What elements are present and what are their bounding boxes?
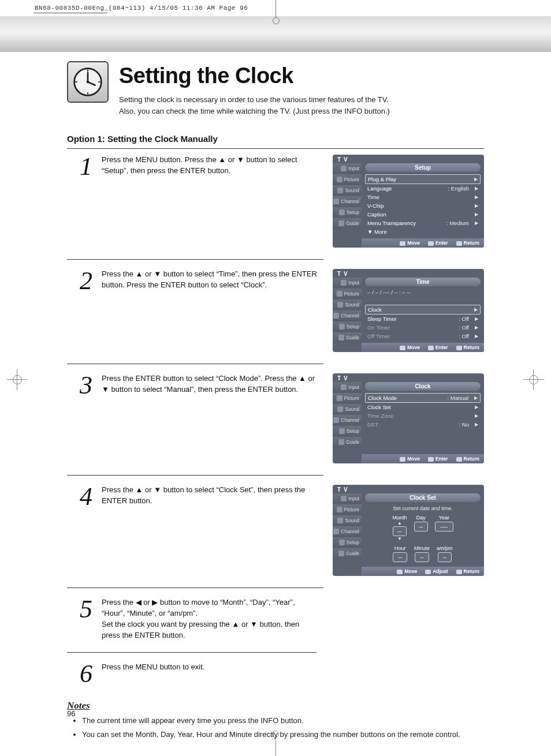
osd-tab-label: Input [348, 166, 359, 171]
osd-tab-label: Picture [344, 395, 359, 401]
osd-menu-item: Clock Mode: Manual▶ [365, 393, 481, 403]
guide-icon [338, 335, 344, 340]
caret-down-icon: ▼ [397, 537, 402, 541]
step-1: 1Press the MENU button. Press the ▲ or ▼… [67, 155, 484, 248]
clock-set-field-value: ---- [435, 522, 453, 532]
osd-tv-label: T V [333, 373, 484, 382]
notes-list: The current time will appear every time … [67, 715, 484, 740]
osd-tab-label: Guide [346, 335, 359, 340]
osd-tab-channel: Channel [333, 310, 362, 321]
osd-item-value: : English [448, 185, 469, 192]
caret-up-icon: ▲ [397, 522, 402, 525]
clock-set-field-label: Year [439, 515, 449, 521]
guide-icon [338, 551, 344, 556]
osd-item-label: Off Timer [367, 333, 456, 339]
clock-set-field-value: -- [415, 552, 429, 562]
osd-tv-label: T V [333, 155, 484, 163]
osd-tab-channel: Channel [333, 415, 362, 426]
osd-tab-picture: Picture [333, 174, 362, 185]
clock-set-field: Year---- [435, 515, 453, 541]
osd-item-label: Sleep Timer [367, 316, 456, 322]
osd-menu-item: Time Zone▶ [365, 411, 481, 420]
osd-item-label: Menu Transparency [367, 220, 444, 226]
osd-pane-title: Setup [365, 163, 481, 172]
clock-icon [67, 61, 109, 103]
osd-sidebar: InputPictureSoundChannelSetupGuide [333, 163, 362, 248]
osd-tab-setup: Setup [333, 537, 362, 548]
chevron-right-icon: ▶ [475, 413, 478, 418]
input-icon [341, 496, 347, 501]
osd-tab-label: Channel [341, 199, 359, 204]
registration-mark-right [523, 369, 544, 390]
clock-set-field: Month▲--▼ [392, 515, 407, 541]
osd-item-label: Plug & Play [368, 176, 472, 182]
osd-screenshot: T VInputPictureSoundChannelSetupGuideClo… [333, 373, 484, 463]
osd-sidebar: InputPictureSoundChannelSetupGuide [333, 278, 362, 352]
osd-menu-item: Sleep Timer: Off▶ [365, 315, 481, 323]
osd-tab-picture: Picture [333, 289, 362, 300]
osd-item-value: : Off [459, 316, 469, 322]
osd-hints: MoveAdjustReturn [362, 567, 484, 576]
osd-menu-item: Off Timer: Off▶ [365, 332, 481, 340]
registration-mark-left [7, 369, 28, 390]
osd-sidebar: InputPictureSoundChannelSetupGuide [333, 493, 362, 576]
osd-screenshot: T VInputPictureSoundChannelSetupGuideSet… [333, 155, 484, 248]
separator [67, 652, 317, 653]
step-text: Press the ENTER button to select “Clock … [102, 373, 323, 395]
osd-menu-item: Language: English▶ [365, 184, 481, 193]
osd-menu-list: Plug & Play▶Language: English▶Time▶V-Chi… [362, 174, 484, 236]
sound-icon [337, 302, 343, 308]
osd-tab-label: Picture [344, 507, 359, 512]
chevron-right-icon: ▶ [474, 177, 478, 182]
chevron-right-icon: ▶ [475, 220, 478, 226]
step-number: 2 [67, 269, 92, 293]
step-text: Press the ▲ or ▼ button to select “Time”… [102, 269, 323, 291]
chevron-right-icon: ▶ [475, 325, 478, 330]
osd-hint: Adjust [425, 568, 448, 574]
osd-item-label: On Timer [367, 324, 456, 331]
osd-tab-guide: Guide [333, 332, 362, 343]
osd-hint: Enter [428, 240, 448, 246]
picture-icon [337, 291, 342, 297]
clock-set-field-value: -- [438, 552, 452, 562]
osd-tab-label: Sound [345, 302, 359, 308]
guide-icon [338, 439, 344, 445]
osd-item-label: V-Chip [367, 203, 472, 209]
osd-menu-item: DST: No▶ [365, 420, 481, 429]
osd-tab-setup: Setup [333, 321, 362, 332]
osd-tab-input: Input [333, 163, 362, 174]
osd-tab-input: Input [333, 382, 362, 393]
step-text: Press the ◀ or ▶ button to move to “Mont… [102, 597, 317, 641]
osd-hint: Return [456, 456, 479, 462]
clock-set-field: am/pm-- [437, 545, 453, 562]
osd-item-label: DST [367, 421, 457, 428]
osd-hint: Move [400, 456, 420, 462]
osd-menu-list: Clock▶Sleep Timer: Off▶On Timer: Off▶Off… [362, 305, 484, 340]
osd-tab-setup: Setup [333, 207, 362, 218]
separator [67, 587, 323, 588]
clock-set-field-value: -- [414, 522, 429, 532]
clock-set-field: Minute-- [414, 545, 430, 562]
osd-tab-label: Sound [345, 188, 359, 193]
intro-line-1: Setting the clock is necessary in order … [119, 94, 484, 106]
step-number: 1 [67, 155, 92, 179]
step-5: 5Press the ◀ or ▶ button to move to “Mon… [67, 597, 484, 641]
osd-item-label: Clock Set [367, 404, 472, 410]
osd-tab-label: Channel [341, 313, 359, 319]
step-3: 3Press the ENTER button to select “Clock… [67, 373, 484, 463]
osd-item-label: Caption [367, 211, 472, 218]
step-text: Press the MENU button. Press the ▲ or ▼ … [102, 155, 323, 177]
chevron-right-icon: ▶ [474, 307, 478, 312]
osd-hint: Move [400, 345, 420, 350]
osd-menu-item: On Timer: Off▶ [365, 323, 481, 332]
step-2: 2Press the ▲ or ▼ button to select “Time… [67, 269, 484, 352]
chevron-right-icon: ▶ [475, 186, 478, 191]
osd-instruction: Set current date and time. [362, 504, 484, 512]
channel-icon [333, 529, 339, 534]
chevron-right-icon: ▶ [475, 194, 478, 200]
osd-tab-channel: Channel [333, 526, 362, 537]
clock-set-field: Day-- [414, 515, 429, 541]
picture-icon [337, 177, 342, 182]
crop-mark-top [267, 0, 284, 23]
clock-set-field-label: Hour [394, 545, 406, 551]
